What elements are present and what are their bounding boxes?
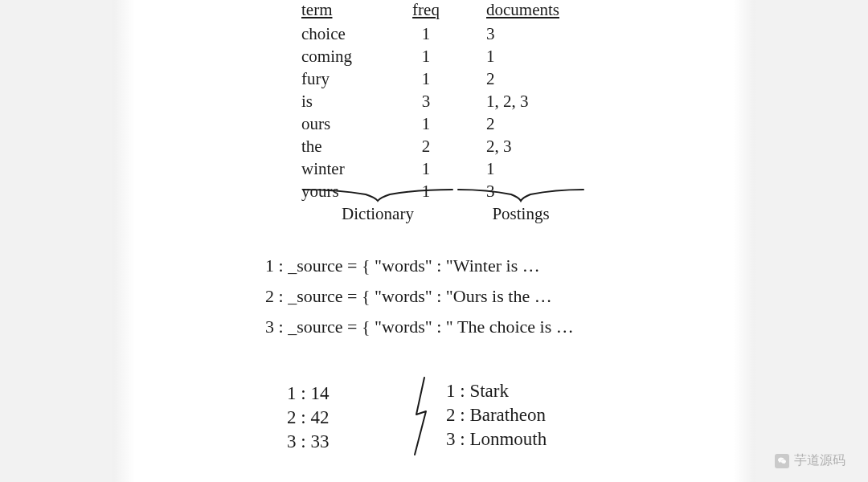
wechat-icon	[775, 454, 789, 468]
cell-documents: 2	[486, 112, 615, 135]
cell-documents: 1	[486, 45, 615, 67]
brace-label-postings: Postings	[457, 204, 585, 224]
list-item: 3 : Lonmouth	[446, 427, 547, 451]
source-row: 1 : _source = { "words" : "Winter is …	[265, 251, 574, 281]
cell-documents: 2, 3	[486, 135, 615, 157]
cell-documents: 3	[486, 22, 615, 45]
curly-brace-icon	[301, 188, 454, 202]
cell-term: winter	[301, 157, 398, 180]
cell-term: fury	[301, 67, 398, 90]
source-id: 1	[265, 255, 274, 276]
cell-term: choice	[301, 22, 398, 45]
list-item: 1 : Stark	[446, 379, 547, 403]
source-row: 3 : _source = { "words" : " The choice i…	[265, 312, 574, 342]
curly-brace-icon	[457, 188, 585, 202]
lightning-divider-icon	[410, 376, 431, 460]
source-text: _source = { "words" : "Winter is …	[288, 255, 540, 276]
numbers-list: 1 : 14 2 : 42 3 : 33	[287, 382, 329, 454]
list-item: 1 : 14	[287, 382, 329, 406]
source-text: _source = { "words" : " The choice is …	[288, 317, 574, 337]
brace-postings: Postings	[457, 188, 585, 224]
cell-term: coming	[301, 45, 398, 67]
cell-documents: 1	[486, 157, 615, 180]
inverted-index-table: term freq documents choice 1 3 coming 1 …	[301, 0, 615, 202]
cell-freq: 1	[398, 67, 454, 90]
source-row: 2 : _source = { "words" : "Ours is the …	[265, 281, 574, 312]
col-header-documents: documents	[486, 0, 615, 22]
watermark-text: 芋道源码	[794, 452, 845, 469]
cell-term: is	[301, 90, 398, 112]
cell-term: ours	[301, 112, 398, 135]
list-item: 3 : 33	[287, 430, 329, 454]
source-text: _source = { "words" : "Ours is the …	[288, 286, 552, 306]
cell-freq: 3	[398, 90, 454, 112]
cell-term: the	[301, 135, 398, 157]
list-item: 2 : Baratheon	[446, 403, 547, 427]
source-id: 2	[265, 286, 274, 306]
cell-freq: 2	[398, 135, 454, 157]
col-header-freq: freq	[398, 0, 454, 22]
page: term freq documents choice 1 3 coming 1 …	[113, 0, 755, 482]
source-id: 3	[265, 317, 274, 337]
cell-freq: 1	[398, 45, 454, 67]
watermark: 芋道源码	[775, 452, 845, 469]
cell-freq: 1	[398, 112, 454, 135]
list-item: 2 : 42	[287, 406, 329, 430]
source-documents: 1 : _source = { "words" : "Winter is … 2…	[265, 251, 574, 342]
cell-freq: 1	[398, 22, 454, 45]
cell-freq: 1	[398, 157, 454, 180]
cell-documents: 1, 2, 3	[486, 90, 615, 112]
cell-documents: 2	[486, 67, 615, 90]
brace-label-dictionary: Dictionary	[301, 204, 455, 224]
col-header-term: term	[301, 0, 398, 22]
brace-dictionary: Dictionary	[301, 188, 455, 224]
names-list: 1 : Stark 2 : Baratheon 3 : Lonmouth	[446, 379, 547, 451]
